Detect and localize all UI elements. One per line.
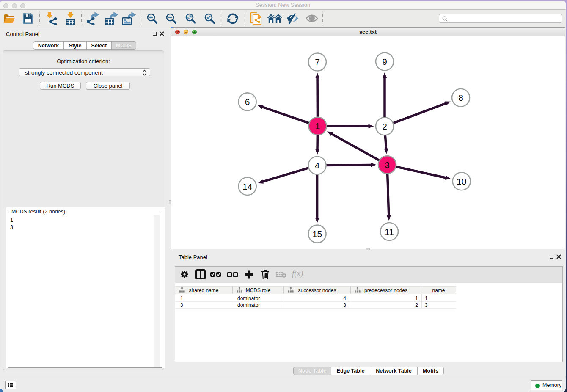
svg-text:3: 3 bbox=[385, 160, 390, 170]
svg-text:2: 2 bbox=[382, 121, 387, 131]
svg-text:10: 10 bbox=[457, 177, 466, 186]
svg-text:8: 8 bbox=[458, 93, 463, 102]
svg-text:1: 1 bbox=[315, 121, 320, 131]
svg-text:15: 15 bbox=[312, 229, 322, 239]
svg-text:4: 4 bbox=[315, 160, 320, 170]
svg-text:6: 6 bbox=[245, 97, 250, 107]
svg-text:7: 7 bbox=[315, 57, 320, 67]
svg-text:9: 9 bbox=[382, 57, 387, 66]
svg-text:11: 11 bbox=[385, 227, 394, 237]
svg-text:14: 14 bbox=[242, 182, 253, 191]
